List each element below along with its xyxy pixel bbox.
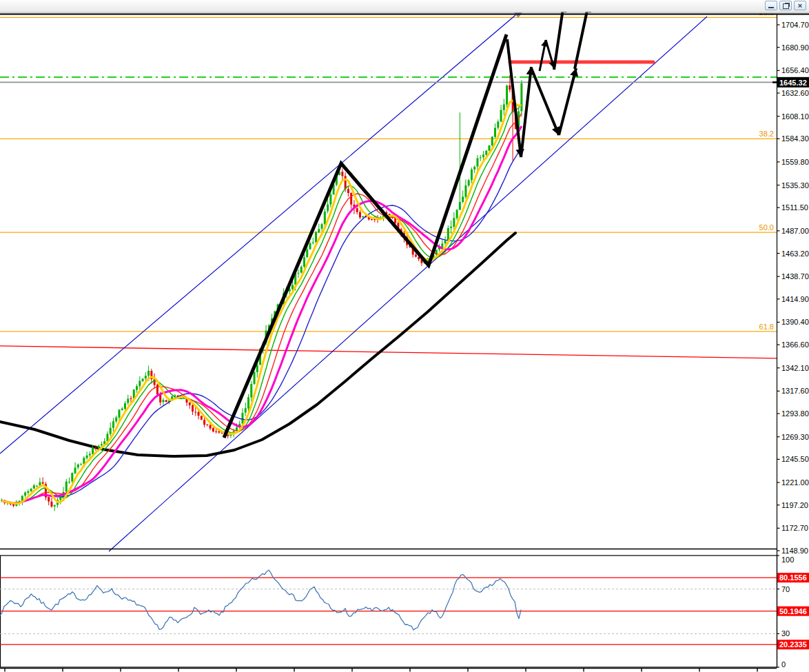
svg-text:1511.50: 1511.50 bbox=[781, 203, 808, 212]
svg-text:1221.00: 1221.00 bbox=[781, 478, 809, 487]
ma-red bbox=[2, 113, 522, 503]
minimize-button[interactable] bbox=[765, 1, 777, 10]
restore-button[interactable] bbox=[779, 1, 792, 10]
svg-text:1197.20: 1197.20 bbox=[781, 501, 808, 509]
trend-arrows bbox=[224, 4, 591, 438]
svg-text:1608.10: 1608.10 bbox=[781, 112, 809, 121]
price-axis: 1704.701680.901656.401632.601608.101584.… bbox=[777, 21, 809, 555]
long-ma-black bbox=[0, 233, 515, 456]
svg-text:1148.90: 1148.90 bbox=[781, 547, 808, 555]
svg-text:1342.10: 1342.10 bbox=[781, 364, 809, 372]
svg-text:1366.60: 1366.60 bbox=[781, 340, 809, 349]
svg-text:1704.70: 1704.70 bbox=[781, 21, 809, 29]
ma-blue-slow bbox=[2, 146, 522, 503]
svg-text:1535.30: 1535.30 bbox=[781, 181, 809, 190]
svg-text:100: 100 bbox=[781, 556, 794, 564]
svg-text:61.8: 61.8 bbox=[759, 323, 774, 331]
svg-text:1584.30: 1584.30 bbox=[781, 134, 809, 143]
panel-borders bbox=[0, 12, 809, 668]
descending-red-line bbox=[0, 346, 777, 358]
svg-text:1414.90: 1414.90 bbox=[781, 295, 809, 303]
chart-canvas[interactable]: 23.638.250.061.81704.701680.901656.40163… bbox=[0, 0, 809, 672]
svg-text:0: 0 bbox=[781, 660, 786, 669]
svg-text:1390.40: 1390.40 bbox=[781, 318, 809, 326]
close-button[interactable]: × bbox=[794, 1, 806, 10]
svg-text:20.2335: 20.2335 bbox=[779, 640, 807, 649]
rsi-axis: 1007030080.155650.194620.2335 bbox=[777, 556, 809, 669]
svg-text:50.1946: 50.1946 bbox=[779, 607, 807, 615]
svg-text:50.0: 50.0 bbox=[759, 223, 774, 232]
minimize-icon bbox=[768, 7, 774, 8]
ma-magenta bbox=[2, 126, 522, 503]
svg-text:1317.60: 1317.60 bbox=[781, 387, 809, 395]
trading-platform-window: × 23.638.250.061.81704.701680.901656.401… bbox=[0, 0, 809, 672]
svg-text:30: 30 bbox=[781, 629, 790, 638]
candles bbox=[1, 75, 522, 511]
svg-text:1438.70: 1438.70 bbox=[781, 272, 809, 281]
channel-lines bbox=[0, 15, 707, 551]
svg-text:1269.30: 1269.30 bbox=[781, 433, 809, 441]
svg-text:80.1556: 80.1556 bbox=[779, 573, 807, 582]
svg-text:1463.20: 1463.20 bbox=[781, 250, 809, 258]
fibonacci-levels: 23.638.250.061.8 bbox=[0, 8, 777, 331]
current-price-marker: 1645.32 bbox=[772, 77, 809, 88]
svg-text:1293.80: 1293.80 bbox=[781, 409, 809, 418]
rsi-panel bbox=[0, 570, 777, 644]
svg-text:1680.90: 1680.90 bbox=[781, 43, 809, 52]
window-controls: × bbox=[765, 1, 806, 10]
window-title-strip: × bbox=[0, 0, 809, 12]
svg-text:1656.40: 1656.40 bbox=[781, 66, 809, 74]
close-icon: × bbox=[798, 2, 802, 9]
svg-text:70: 70 bbox=[781, 585, 790, 593]
svg-text:1172.70: 1172.70 bbox=[781, 524, 808, 532]
svg-text:1487.00: 1487.00 bbox=[781, 227, 809, 235]
svg-text:1632.60: 1632.60 bbox=[781, 89, 809, 97]
svg-text:38.2: 38.2 bbox=[759, 130, 774, 138]
restore-icon bbox=[783, 3, 789, 9]
svg-text:1559.80: 1559.80 bbox=[781, 158, 809, 166]
svg-text:1245.50: 1245.50 bbox=[781, 455, 809, 463]
time-axis bbox=[0, 669, 777, 672]
svg-text:1645.32: 1645.32 bbox=[779, 79, 807, 87]
